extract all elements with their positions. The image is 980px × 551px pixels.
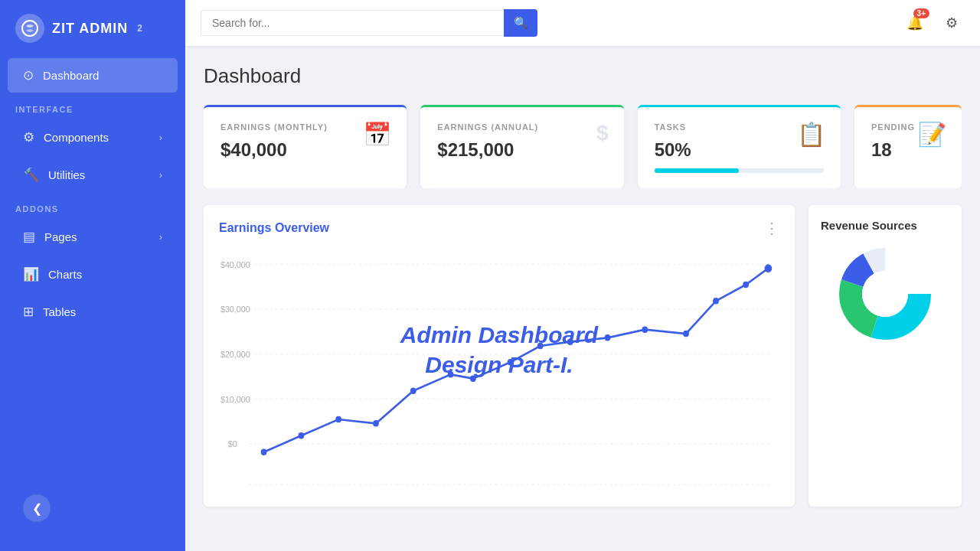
sidebar-item-tables[interactable]: ⊞ Tables <box>8 295 178 329</box>
y-label-10k: $10,000 <box>220 394 250 404</box>
sidebar-section-interface: INTERFACE <box>0 94 185 119</box>
search-button[interactable]: 🔍 <box>504 9 537 37</box>
app-version: 2 <box>137 23 143 34</box>
app-logo: ZIT ADMIN 2 <box>0 0 185 57</box>
chevron-right-icon: › <box>159 132 162 143</box>
stat-card-earnings-monthly: EARNINGS (MONTHLY) $40,000 📅 <box>204 105 407 188</box>
svg-point-0 <box>22 21 38 36</box>
chart-dot <box>410 387 416 394</box>
y-label-0: $0 <box>228 439 237 449</box>
revenue-sources-card: Revenue Sources <box>808 205 962 507</box>
main-area: 🔍 🔔 3+ ⚙ Dashboard EARNINGS (MONTHLY) $4… <box>185 0 980 551</box>
chart-dot <box>448 371 454 378</box>
sidebar-item-utilities[interactable]: 🔨 Utilities › <box>8 158 178 192</box>
lower-section: Earnings Overview ⋮ Admin Dashboard Desi… <box>204 205 962 507</box>
stat-card-tasks: TASKS 50% 📋 <box>638 105 841 188</box>
header-right: 🔔 3+ ⚙ <box>902 10 965 36</box>
sidebar-item-pages[interactable]: ▤ Pages › <box>8 220 178 254</box>
chart-dot <box>605 334 611 341</box>
earnings-chart-header: Earnings Overview ⋮ <box>219 219 779 237</box>
chart-dot-last <box>764 264 772 272</box>
chart-dot <box>743 282 749 289</box>
chart-dot <box>683 331 689 337</box>
sidebar-item-label: Charts <box>48 268 82 281</box>
chart-dot <box>335 416 341 423</box>
chart-dot <box>567 338 573 345</box>
sidebar-item-charts[interactable]: 📊 Charts <box>8 257 178 292</box>
chart-dot <box>642 326 648 333</box>
charts-icon: 📊 <box>23 266 39 282</box>
chevron-right-icon: › <box>159 231 162 243</box>
sidebar-item-label: Components <box>44 131 109 144</box>
components-icon: ⚙ <box>23 129 34 145</box>
stat-card-value: $215,000 <box>437 139 606 161</box>
sidebar-item-components[interactable]: ⚙ Components › <box>8 120 178 155</box>
notification-button[interactable]: 🔔 3+ <box>902 10 928 36</box>
tasks-icon: 📋 <box>797 121 825 148</box>
sidebar-section-addons: ADDONS <box>0 194 185 218</box>
chart-dot <box>261 448 267 455</box>
y-label-30k: $30,000 <box>220 305 250 315</box>
stat-card-pending: PENDING 18 📝 <box>854 105 962 188</box>
earnings-chart-card: Earnings Overview ⋮ Admin Dashboard Desi… <box>204 205 795 507</box>
page-title: Dashboard <box>204 64 962 88</box>
chart-dot <box>713 298 719 305</box>
chart-dot <box>373 420 379 427</box>
sidebar-item-label: Tables <box>43 305 76 318</box>
y-label-20k: $20,000 <box>220 349 250 359</box>
sidebar-item-label: Utilities <box>48 168 85 181</box>
settings-button[interactable]: ⚙ <box>939 10 965 36</box>
donut-center <box>862 271 908 317</box>
chevron-left-icon: ❮ <box>32 501 42 516</box>
top-header: 🔍 🔔 3+ ⚙ <box>185 0 980 46</box>
search-input[interactable] <box>201 10 504 36</box>
chevron-right-icon: › <box>159 169 162 181</box>
notification-badge: 3+ <box>913 8 929 18</box>
chart-dot <box>537 343 544 350</box>
search-container: 🔍 <box>201 9 537 37</box>
sidebar-item-dashboard[interactable]: ⊙ Dashboard <box>8 58 178 93</box>
earnings-chart-svg: $40,000 $30,000 $20,000 $10,000 $0 <box>219 248 779 493</box>
gear-icon: ⚙ <box>946 15 958 31</box>
stat-cards-row: EARNINGS (MONTHLY) $40,000 📅 EARNINGS (A… <box>204 105 962 188</box>
y-label-40k: $40,000 <box>220 259 250 269</box>
pending-icon: 📝 <box>918 121 946 148</box>
dollar-icon: $ <box>596 121 609 145</box>
sidebar-collapse-button[interactable]: ❮ <box>23 494 51 522</box>
revenue-donut-chart <box>835 244 935 344</box>
chart-dot <box>298 432 304 439</box>
chart-dot <box>508 359 514 366</box>
logo-icon <box>15 14 44 43</box>
stat-card-progress-bar <box>655 168 740 173</box>
earnings-chart-menu-icon[interactable]: ⋮ <box>764 219 779 237</box>
sidebar-item-label: Pages <box>44 230 77 243</box>
stat-card-label: EARNINGS (ANNUAL) <box>437 122 606 132</box>
pages-icon: ▤ <box>23 229 35 245</box>
utilities-icon: 🔨 <box>23 167 39 183</box>
sidebar-item-label: Dashboard <box>43 69 99 82</box>
chart-line <box>264 269 769 452</box>
search-icon: 🔍 <box>514 16 528 30</box>
app-name-label: ZIT ADMIN <box>52 21 128 37</box>
revenue-sources-title: Revenue Sources <box>821 219 949 232</box>
stat-card-earnings-annual: EARNINGS (ANNUAL) $215,000 $ <box>420 105 623 188</box>
stat-card-progress-track <box>655 168 824 173</box>
earnings-chart-title: Earnings Overview <box>219 221 329 235</box>
tables-icon: ⊞ <box>23 304 34 320</box>
sidebar: ZIT ADMIN 2 ⊙ Dashboard INTERFACE ⚙ Comp… <box>0 0 185 551</box>
main-content: Dashboard EARNINGS (MONTHLY) $40,000 📅 E… <box>185 46 980 551</box>
chart-dot <box>470 375 476 382</box>
calendar-icon: 📅 <box>363 121 391 148</box>
dashboard-icon: ⊙ <box>23 67 34 83</box>
